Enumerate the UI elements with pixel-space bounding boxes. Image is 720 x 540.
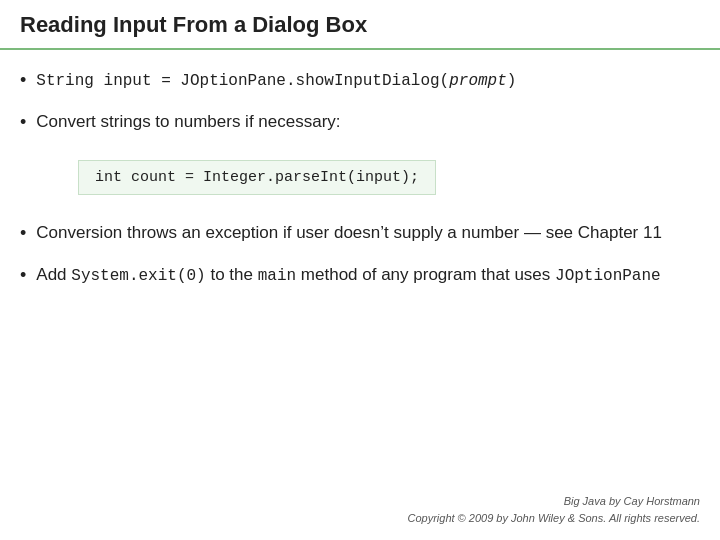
footer-copyright: Copyright © 2009 by John Wiley & Sons. A…: [407, 512, 700, 524]
bullet4-text-after: method of any program that uses: [296, 265, 555, 284]
footer: Big Java by Cay Horstmann Copyright © 20…: [407, 493, 700, 526]
footer-title: Big Java by Cay Horstmann: [564, 495, 700, 507]
slide-title: Reading Input From a Dialog Box: [20, 12, 367, 37]
bullet-dot-3: •: [20, 223, 26, 244]
bullet-text-2: Convert strings to numbers if necessary:: [36, 110, 340, 134]
bullet4-code2: main: [258, 267, 296, 285]
bullet-dot-1: •: [20, 70, 26, 91]
code-inline-1a: String input = JOptionPane.showInputDial…: [36, 72, 516, 90]
bullet-item-2: • Convert strings to numbers if necessar…: [20, 110, 700, 134]
bullet4-text-middle: to the: [206, 265, 258, 284]
bullet4-code3: JOptionPane: [555, 267, 661, 285]
footer-line1: Big Java by Cay Horstmann Copyright © 20…: [407, 493, 700, 526]
bullet4-code1: System.exit(0): [71, 267, 205, 285]
bullet-dot-4: •: [20, 265, 26, 286]
code-block: int count = Integer.parseInt(input);: [78, 160, 436, 195]
bullet-item-4: • Add System.exit(0) to the main method …: [20, 263, 700, 287]
bullet-item-3: • Conversion throws an exception if user…: [20, 221, 700, 245]
bullet-item-1: • String input = JOptionPane.showInputDi…: [20, 68, 700, 92]
bullet4-text-before: Add: [36, 265, 71, 284]
slide: Reading Input From a Dialog Box • String…: [0, 0, 720, 540]
slide-content: • String input = JOptionPane.showInputDi…: [0, 50, 720, 315]
bullet-text-3: Conversion throws an exception if user d…: [36, 221, 662, 245]
bullet-text-4: Add System.exit(0) to the main method of…: [36, 263, 660, 287]
bullet-text-1: String input = JOptionPane.showInputDial…: [36, 68, 516, 92]
bullet-dot-2: •: [20, 112, 26, 133]
title-bar: Reading Input From a Dialog Box: [0, 0, 720, 50]
code-block-wrapper: int count = Integer.parseInt(input);: [48, 152, 700, 203]
